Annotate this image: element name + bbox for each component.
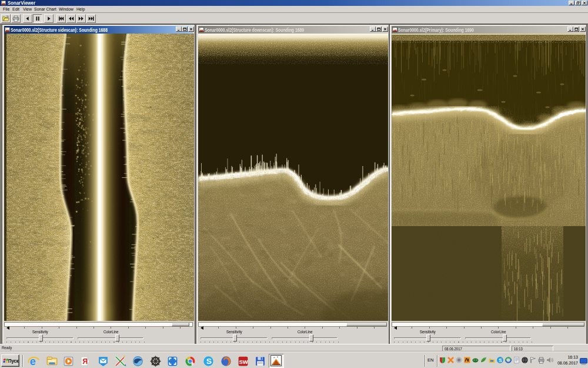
svg-text:SW: SW [239, 359, 248, 365]
svg-text:S: S [206, 357, 212, 366]
svg-text:Я: Я [82, 357, 88, 366]
svg-text:S: S [499, 357, 502, 363]
